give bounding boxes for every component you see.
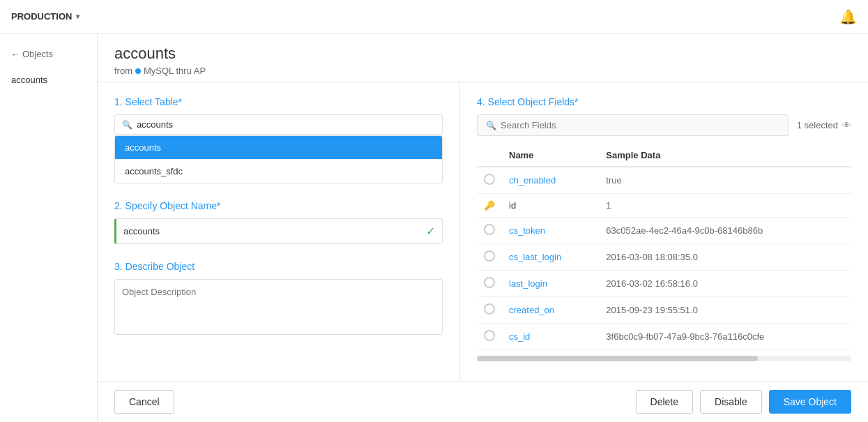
footer: Cancel Delete Disable Save Object	[98, 381, 868, 422]
subtitle-from: from	[114, 66, 132, 76]
select-fields-title: 4. Select Object Fields*	[477, 96, 851, 107]
footer-right: Delete Disable Save Object	[636, 390, 851, 414]
field-name-last-login: last_login	[509, 278, 547, 289]
field-radio-cs-token[interactable]	[484, 224, 495, 235]
object-name-title: 2. Specify Object Name*	[114, 200, 443, 211]
page-title: accounts	[114, 45, 851, 63]
field-name-cs-last-login: cs_last_login	[509, 252, 561, 262]
sidebar: ← Objects accounts	[0, 33, 98, 422]
back-to-objects[interactable]: ← Objects	[0, 45, 97, 63]
object-name-wrapper: ✓	[114, 218, 443, 244]
save-object-button[interactable]: Save Object	[769, 390, 851, 414]
field-row-cs-last-login: cs_last_login 2016-03-08 18:08:35.0	[477, 244, 851, 271]
field-name-created-on: created_on	[509, 305, 554, 315]
select-table-title: 1. Select Table*	[114, 96, 443, 107]
field-sample-cs-id: 3f6bc0c9-fb07-47a9-9bc3-76a116c0cfe	[606, 331, 764, 342]
environment-label: PRODUCTION	[11, 11, 72, 22]
left-panel: 1. Select Table* 🔍 accounts accounts_sfd…	[98, 82, 460, 381]
fields-search-box[interactable]: 🔍	[477, 114, 789, 136]
disable-button[interactable]: Disable	[700, 390, 762, 414]
eye-icon[interactable]: 👁	[842, 120, 851, 130]
field-sample-last-login: 2016-03-02 16:58:16.0	[606, 278, 698, 289]
col-name: Name	[502, 144, 599, 167]
field-sample-id: 1	[606, 200, 611, 211]
describe-object-section: 3. Describe Object	[114, 261, 443, 337]
fields-search-input[interactable]	[501, 120, 779, 130]
fields-search-icon: 🔍	[486, 121, 496, 130]
fields-header: 🔍 1 selected 👁	[477, 114, 851, 136]
field-row-cs-id: cs_id 3f6bc0c9-fb07-47a9-9bc3-76a116c0cf…	[477, 324, 851, 350]
field-radio-last-login[interactable]	[484, 277, 495, 288]
main-content: accounts from MySQL thru AP 1. Select Ta…	[98, 33, 868, 422]
field-row-ch-enabled: ch_enabled true	[477, 167, 851, 194]
field-name-cs-id: cs_id	[509, 331, 530, 342]
table-search-box[interactable]: 🔍	[114, 114, 443, 135]
page-subtitle: from MySQL thru AP	[114, 66, 851, 76]
table-item-accounts[interactable]: accounts	[115, 136, 442, 160]
back-label: Objects	[22, 49, 53, 59]
col-sample: Sample Data	[599, 144, 851, 167]
select-table-section: 1. Select Table* 🔍 accounts accounts_sfd…	[114, 96, 443, 183]
field-sample-ch-enabled: true	[606, 175, 621, 186]
back-arrow-icon: ←	[11, 50, 20, 59]
bell-icon[interactable]: 🔔	[839, 8, 857, 25]
key-icon: 🔑	[484, 200, 495, 211]
horizontal-scrollbar-track[interactable]	[477, 356, 851, 361]
table-search-input[interactable]	[137, 119, 435, 130]
field-radio-cs-last-login[interactable]	[484, 250, 495, 262]
sidebar-item-accounts[interactable]: accounts	[0, 69, 97, 91]
field-radio-ch-enabled[interactable]	[484, 174, 495, 185]
content-area: 1. Select Table* 🔍 accounts accounts_sfd…	[98, 82, 868, 381]
check-icon: ✓	[426, 225, 435, 238]
table-item-accounts-sfdc[interactable]: accounts_sfdc	[115, 160, 442, 183]
mysql-dot-icon	[135, 68, 141, 74]
field-row-cs-token: cs_token 63c052ae-4ec2-46a4-9c0b-68146b8…	[477, 218, 851, 244]
field-sample-cs-last-login: 2016-03-08 18:08:35.0	[606, 252, 698, 262]
main-layout: ← Objects accounts accounts from MySQL t…	[0, 33, 868, 422]
page-header: accounts from MySQL thru AP	[98, 33, 868, 82]
field-sample-created-on: 2015-09-23 19:55:51.0	[606, 305, 698, 315]
environment-selector[interactable]: PRODUCTION ▾	[11, 11, 79, 22]
field-name-ch-enabled: ch_enabled	[509, 175, 556, 186]
search-icon: 🔍	[122, 120, 132, 130]
fields-table: Name Sample Data ch_enabled true	[477, 144, 851, 367]
field-row-id: 🔑 id 1	[477, 194, 851, 218]
field-radio-created-on[interactable]	[484, 303, 495, 315]
field-sample-cs-token: 63c052ae-4ec2-46a4-9c0b-68146b86b	[606, 225, 763, 236]
table-list: accounts accounts_sfdc	[114, 135, 443, 183]
object-description-input[interactable]	[114, 279, 443, 335]
field-row-last-login: last_login 2016-03-02 16:58:16.0	[477, 271, 851, 297]
delete-button[interactable]: Delete	[636, 390, 693, 414]
object-name-input[interactable]	[123, 226, 426, 236]
horizontal-scrollbar-thumb[interactable]	[477, 356, 758, 361]
cancel-button[interactable]: Cancel	[114, 390, 174, 414]
field-row-created-on: created_on 2015-09-23 19:55:51.0	[477, 297, 851, 324]
field-name-cs-token: cs_token	[509, 225, 545, 236]
col-checkbox	[477, 144, 502, 167]
subtitle-source: MySQL thru AP	[144, 66, 206, 76]
describe-object-title: 3. Describe Object	[114, 261, 443, 272]
chevron-down-icon: ▾	[76, 13, 79, 20]
field-radio-cs-id[interactable]	[484, 330, 495, 341]
object-name-section: 2. Specify Object Name* ✓	[114, 200, 443, 244]
selected-count: 1 selected 👁	[797, 120, 851, 130]
field-name-id: id	[509, 200, 516, 211]
top-bar: PRODUCTION ▾ 🔔	[0, 0, 868, 33]
right-panel: 4. Select Object Fields* 🔍 1 selected 👁	[460, 82, 868, 381]
